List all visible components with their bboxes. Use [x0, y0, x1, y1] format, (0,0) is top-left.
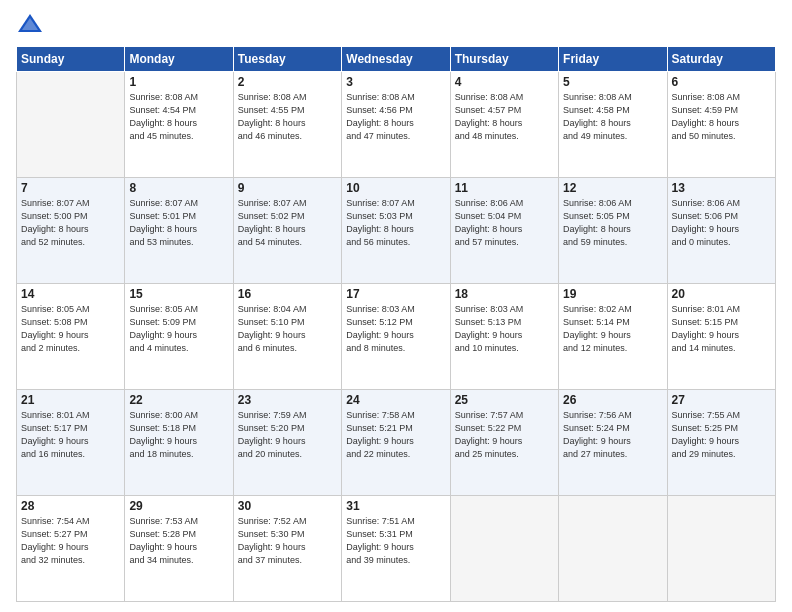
- calendar-cell: [17, 72, 125, 178]
- day-info: Sunrise: 7:57 AMSunset: 5:22 PMDaylight:…: [455, 409, 554, 461]
- weekday-header-thursday: Thursday: [450, 47, 558, 72]
- day-number: 16: [238, 287, 337, 301]
- day-info: Sunrise: 7:51 AMSunset: 5:31 PMDaylight:…: [346, 515, 445, 567]
- day-number: 13: [672, 181, 771, 195]
- calendar-cell: 1Sunrise: 8:08 AMSunset: 4:54 PMDaylight…: [125, 72, 233, 178]
- calendar-cell: 11Sunrise: 8:06 AMSunset: 5:04 PMDayligh…: [450, 178, 558, 284]
- day-number: 8: [129, 181, 228, 195]
- day-info: Sunrise: 7:56 AMSunset: 5:24 PMDaylight:…: [563, 409, 662, 461]
- day-info: Sunrise: 7:54 AMSunset: 5:27 PMDaylight:…: [21, 515, 120, 567]
- day-info: Sunrise: 8:07 AMSunset: 5:03 PMDaylight:…: [346, 197, 445, 249]
- day-info: Sunrise: 7:53 AMSunset: 5:28 PMDaylight:…: [129, 515, 228, 567]
- calendar-cell: 28Sunrise: 7:54 AMSunset: 5:27 PMDayligh…: [17, 496, 125, 602]
- calendar-cell: 4Sunrise: 8:08 AMSunset: 4:57 PMDaylight…: [450, 72, 558, 178]
- week-row-2: 7Sunrise: 8:07 AMSunset: 5:00 PMDaylight…: [17, 178, 776, 284]
- calendar-cell: [450, 496, 558, 602]
- day-info: Sunrise: 8:01 AMSunset: 5:17 PMDaylight:…: [21, 409, 120, 461]
- day-info: Sunrise: 8:01 AMSunset: 5:15 PMDaylight:…: [672, 303, 771, 355]
- calendar-cell: 25Sunrise: 7:57 AMSunset: 5:22 PMDayligh…: [450, 390, 558, 496]
- calendar-table: SundayMondayTuesdayWednesdayThursdayFrid…: [16, 46, 776, 602]
- day-number: 20: [672, 287, 771, 301]
- day-info: Sunrise: 8:02 AMSunset: 5:14 PMDaylight:…: [563, 303, 662, 355]
- day-number: 23: [238, 393, 337, 407]
- week-row-5: 28Sunrise: 7:54 AMSunset: 5:27 PMDayligh…: [17, 496, 776, 602]
- day-info: Sunrise: 8:07 AMSunset: 5:01 PMDaylight:…: [129, 197, 228, 249]
- day-number: 6: [672, 75, 771, 89]
- day-info: Sunrise: 8:03 AMSunset: 5:13 PMDaylight:…: [455, 303, 554, 355]
- day-info: Sunrise: 8:08 AMSunset: 4:56 PMDaylight:…: [346, 91, 445, 143]
- day-info: Sunrise: 8:04 AMSunset: 5:10 PMDaylight:…: [238, 303, 337, 355]
- day-number: 15: [129, 287, 228, 301]
- day-number: 22: [129, 393, 228, 407]
- week-row-1: 1Sunrise: 8:08 AMSunset: 4:54 PMDaylight…: [17, 72, 776, 178]
- calendar-cell: 26Sunrise: 7:56 AMSunset: 5:24 PMDayligh…: [559, 390, 667, 496]
- day-number: 19: [563, 287, 662, 301]
- calendar-cell: 8Sunrise: 8:07 AMSunset: 5:01 PMDaylight…: [125, 178, 233, 284]
- day-info: Sunrise: 7:58 AMSunset: 5:21 PMDaylight:…: [346, 409, 445, 461]
- calendar-cell: 18Sunrise: 8:03 AMSunset: 5:13 PMDayligh…: [450, 284, 558, 390]
- day-number: 12: [563, 181, 662, 195]
- day-info: Sunrise: 8:05 AMSunset: 5:08 PMDaylight:…: [21, 303, 120, 355]
- day-info: Sunrise: 8:06 AMSunset: 5:04 PMDaylight:…: [455, 197, 554, 249]
- week-row-3: 14Sunrise: 8:05 AMSunset: 5:08 PMDayligh…: [17, 284, 776, 390]
- day-number: 9: [238, 181, 337, 195]
- calendar-cell: 29Sunrise: 7:53 AMSunset: 5:28 PMDayligh…: [125, 496, 233, 602]
- day-number: 31: [346, 499, 445, 513]
- calendar-cell: 30Sunrise: 7:52 AMSunset: 5:30 PMDayligh…: [233, 496, 341, 602]
- day-number: 29: [129, 499, 228, 513]
- day-info: Sunrise: 8:07 AMSunset: 5:00 PMDaylight:…: [21, 197, 120, 249]
- calendar-cell: 10Sunrise: 8:07 AMSunset: 5:03 PMDayligh…: [342, 178, 450, 284]
- day-number: 27: [672, 393, 771, 407]
- day-info: Sunrise: 7:59 AMSunset: 5:20 PMDaylight:…: [238, 409, 337, 461]
- calendar-cell: 17Sunrise: 8:03 AMSunset: 5:12 PMDayligh…: [342, 284, 450, 390]
- day-info: Sunrise: 8:07 AMSunset: 5:02 PMDaylight:…: [238, 197, 337, 249]
- calendar-cell: 5Sunrise: 8:08 AMSunset: 4:58 PMDaylight…: [559, 72, 667, 178]
- day-number: 5: [563, 75, 662, 89]
- day-info: Sunrise: 7:55 AMSunset: 5:25 PMDaylight:…: [672, 409, 771, 461]
- day-number: 1: [129, 75, 228, 89]
- calendar-cell: 27Sunrise: 7:55 AMSunset: 5:25 PMDayligh…: [667, 390, 775, 496]
- day-number: 24: [346, 393, 445, 407]
- day-number: 2: [238, 75, 337, 89]
- day-number: 21: [21, 393, 120, 407]
- week-row-4: 21Sunrise: 8:01 AMSunset: 5:17 PMDayligh…: [17, 390, 776, 496]
- logo-icon: [16, 12, 44, 40]
- calendar-cell: 22Sunrise: 8:00 AMSunset: 5:18 PMDayligh…: [125, 390, 233, 496]
- header: [16, 12, 776, 40]
- day-number: 28: [21, 499, 120, 513]
- weekday-header-friday: Friday: [559, 47, 667, 72]
- calendar-cell: 14Sunrise: 8:05 AMSunset: 5:08 PMDayligh…: [17, 284, 125, 390]
- calendar-cell: 15Sunrise: 8:05 AMSunset: 5:09 PMDayligh…: [125, 284, 233, 390]
- day-number: 25: [455, 393, 554, 407]
- day-info: Sunrise: 8:06 AMSunset: 5:05 PMDaylight:…: [563, 197, 662, 249]
- day-info: Sunrise: 8:06 AMSunset: 5:06 PMDaylight:…: [672, 197, 771, 249]
- day-info: Sunrise: 8:08 AMSunset: 4:55 PMDaylight:…: [238, 91, 337, 143]
- day-info: Sunrise: 8:00 AMSunset: 5:18 PMDaylight:…: [129, 409, 228, 461]
- day-number: 30: [238, 499, 337, 513]
- logo: [16, 12, 48, 40]
- day-number: 3: [346, 75, 445, 89]
- day-number: 4: [455, 75, 554, 89]
- calendar-cell: 19Sunrise: 8:02 AMSunset: 5:14 PMDayligh…: [559, 284, 667, 390]
- weekday-header-tuesday: Tuesday: [233, 47, 341, 72]
- weekday-header-wednesday: Wednesday: [342, 47, 450, 72]
- calendar-cell: 21Sunrise: 8:01 AMSunset: 5:17 PMDayligh…: [17, 390, 125, 496]
- day-info: Sunrise: 8:05 AMSunset: 5:09 PMDaylight:…: [129, 303, 228, 355]
- day-number: 26: [563, 393, 662, 407]
- calendar-cell: 31Sunrise: 7:51 AMSunset: 5:31 PMDayligh…: [342, 496, 450, 602]
- day-info: Sunrise: 8:08 AMSunset: 4:58 PMDaylight:…: [563, 91, 662, 143]
- day-number: 14: [21, 287, 120, 301]
- day-info: Sunrise: 8:08 AMSunset: 4:59 PMDaylight:…: [672, 91, 771, 143]
- day-info: Sunrise: 8:03 AMSunset: 5:12 PMDaylight:…: [346, 303, 445, 355]
- day-number: 10: [346, 181, 445, 195]
- day-number: 7: [21, 181, 120, 195]
- calendar-cell: 16Sunrise: 8:04 AMSunset: 5:10 PMDayligh…: [233, 284, 341, 390]
- day-number: 11: [455, 181, 554, 195]
- calendar-cell: 2Sunrise: 8:08 AMSunset: 4:55 PMDaylight…: [233, 72, 341, 178]
- calendar-cell: 13Sunrise: 8:06 AMSunset: 5:06 PMDayligh…: [667, 178, 775, 284]
- calendar-cell: 3Sunrise: 8:08 AMSunset: 4:56 PMDaylight…: [342, 72, 450, 178]
- weekday-header-monday: Monday: [125, 47, 233, 72]
- calendar-cell: 9Sunrise: 8:07 AMSunset: 5:02 PMDaylight…: [233, 178, 341, 284]
- day-number: 17: [346, 287, 445, 301]
- calendar-cell: 20Sunrise: 8:01 AMSunset: 5:15 PMDayligh…: [667, 284, 775, 390]
